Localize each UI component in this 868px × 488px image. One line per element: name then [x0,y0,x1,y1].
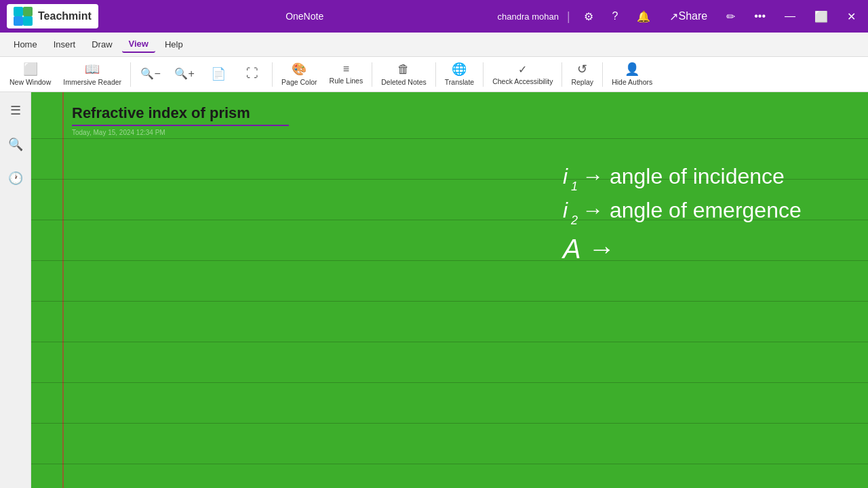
minimize-button[interactable]: — [779,7,801,25]
rule-lines-icon: ≡ [343,63,349,75]
rule-line-5 [31,301,868,302]
note-title[interactable]: Refractive index of prism [72,104,250,122]
replay-label: Replay [571,78,593,87]
margin-line [62,92,64,488]
fit-page-icon: 📄 [211,66,226,81]
zoom-in-icon: 🔍+ [174,67,194,80]
sep2 [272,62,273,87]
title-bar-right: chandra mohan | ⚙ ? 🔔 ↗ Share ✏ ••• — ⬜ … [498,7,861,26]
svg-text:1: 1 [571,180,578,193]
replay-icon: ↺ [577,62,587,77]
note-title-underline [72,125,289,126]
rule-lines-label: Rule Lines [330,77,363,85]
translate-icon: 🌐 [452,62,467,77]
close-button[interactable]: ✕ [842,7,861,26]
user-name: chandra mohan [498,12,559,22]
svg-text:2: 2 [570,214,578,227]
hide-authors-label: Hide Authors [612,78,652,87]
rule-line-8 [31,423,868,424]
title-bar: Teachmint OneNote chandra mohan | ⚙ ? 🔔 … [0,0,868,33]
hide-authors-button[interactable]: 👤 Hide Authors [606,58,658,91]
menu-help[interactable]: Help [158,37,190,52]
page-color-label: Page Color [281,78,317,87]
sep5 [483,62,484,87]
replay-button[interactable]: ↺ Replay [566,58,599,91]
handwritten-content: i 1 → angle of incidence i 2 → angle of … [556,146,841,298]
check-accessibility-label: Check Accessibility [492,77,553,86]
check-accessibility-button[interactable]: ✓ Check Accessibility [487,58,558,91]
sep7 [602,62,603,87]
svg-rect-2 [14,16,23,26]
svg-rect-0 [14,7,23,16]
sep4 [435,62,436,87]
deleted-notes-button[interactable]: 🗑 Deleted Notes [376,58,432,91]
svg-text:i: i [563,198,568,222]
translate-button[interactable]: 🌐 Translate [439,58,479,91]
menu-bar: Home Insert Draw View Help [0,33,868,57]
maximize-button[interactable]: ⬜ [809,7,833,26]
menu-draw[interactable]: Draw [85,37,119,52]
main-layout: ☰ 🔍 🕐 Refractive index of prism Today, M… [0,92,868,488]
left-sidebar: ☰ 🔍 🕐 [0,92,31,488]
deleted-notes-icon: 🗑 [397,62,410,77]
deleted-notes-label: Deleted Notes [381,78,427,87]
svg-text:A →: A → [561,234,614,264]
page-color-icon: 🎨 [292,62,307,77]
menu-view[interactable]: View [122,36,155,53]
new-window-button[interactable]: ⬜ New Window [4,58,56,91]
rule-line-1 [31,138,868,139]
pen-button[interactable]: ✏ [721,7,741,26]
sep3 [372,62,372,87]
content-area[interactable]: Refractive index of prism Today, May 15,… [31,92,868,488]
sep1 [130,62,131,87]
page-color-button[interactable]: 🎨 Page Color [276,58,323,91]
pages-icon[interactable]: ☰ [6,99,25,122]
history-icon[interactable]: 🕐 [4,167,27,190]
search-icon[interactable]: 🔍 [4,133,27,156]
check-accessibility-icon: ✓ [518,63,527,76]
ribbon: ⬜ New Window 📖 Immersive Reader 🔍− 🔍+ 📄 … [0,57,868,92]
svg-rect-1 [23,7,33,16]
svg-rect-3 [23,16,33,26]
translate-label: Translate [445,78,474,87]
share-icon: ↗ [669,10,678,23]
full-screen-icon: ⛶ [246,66,258,81]
immersive-reader-icon: 📖 [85,62,100,77]
rule-line-6 [31,342,868,342]
menu-home[interactable]: Home [7,37,44,52]
math-svg: i 1 → angle of incidence i 2 → angle of … [556,146,841,296]
note-meta: Today, May 15, 2024 12:34 PM [72,129,165,136]
share-button[interactable]: ↗ Share [664,7,713,26]
rule-lines-button[interactable]: ≡ Rule Lines [324,58,369,91]
rule-line-7 [31,382,868,383]
divider: | [567,9,570,24]
new-window-label: New Window [9,78,51,87]
svg-text:i: i [563,164,568,188]
rule-line-9 [31,464,868,464]
svg-text:→ angle of incidence: → angle of incidence [582,164,785,188]
hide-authors-icon: 👤 [625,62,639,77]
zoom-out-button[interactable]: 🔍− [134,58,167,91]
logo-area: Teachmint [7,4,98,28]
logo-text: Teachmint [38,10,92,22]
immersive-reader-label: Immersive Reader [63,78,121,87]
notifications-button[interactable]: 🔔 [631,7,656,26]
help-button[interactable]: ? [607,7,624,25]
settings-button[interactable]: ⚙ [578,7,599,26]
new-window-icon: ⬜ [23,62,38,77]
full-screen-button[interactable]: ⛶ [236,58,269,91]
teachmint-logo-icon [14,7,33,26]
sep6 [561,62,562,87]
zoom-in-button[interactable]: 🔍+ [168,58,201,91]
menu-insert[interactable]: Insert [47,37,83,52]
zoom-out-icon: 🔍− [140,67,160,80]
more-button[interactable]: ••• [749,7,771,25]
fit-page-button[interactable]: 📄 [202,58,235,91]
app-title: OneNote [112,11,498,22]
immersive-reader-button[interactable]: 📖 Immersive Reader [58,58,127,91]
svg-text:→ angle of emergence: → angle of emergence [582,198,802,222]
